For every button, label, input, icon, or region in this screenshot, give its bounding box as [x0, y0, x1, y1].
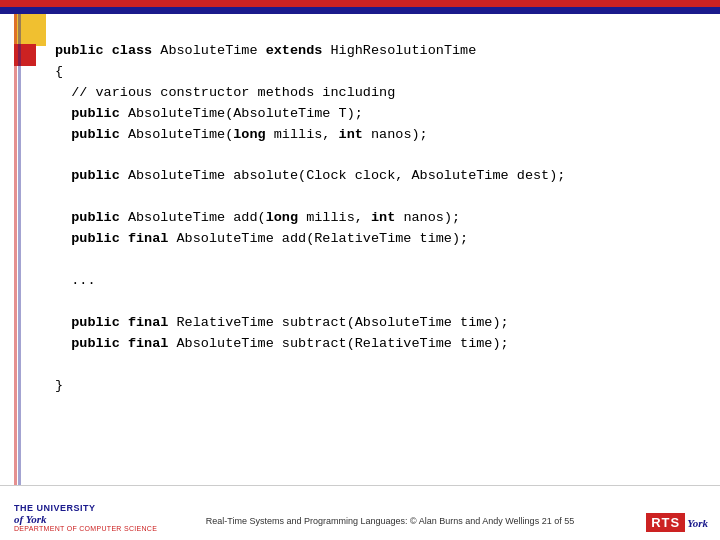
top-bar-blue	[0, 7, 720, 14]
rts-label: RTS	[646, 513, 685, 532]
university-name-line1: The University	[14, 503, 96, 513]
top-bar-red	[0, 0, 720, 7]
code-line-12: ...	[55, 273, 96, 288]
rts-york-label: York	[687, 517, 708, 529]
code-line-3: // various constructor methods including	[55, 85, 395, 100]
footer-bar: The University of York Department of Com…	[0, 485, 720, 540]
code-line-1: public class AbsoluteTime extends HighRe…	[55, 43, 476, 58]
footer-copyright: Real-Time Systems and Programming Langua…	[160, 516, 620, 526]
university-logo: The University of York Department of Com…	[14, 503, 157, 532]
code-line-7: public AbsoluteTime absolute(Clock clock…	[55, 168, 565, 183]
top-bars	[0, 0, 720, 14]
code-line-5: public AbsoluteTime(long millis, int nan…	[55, 127, 428, 142]
rts-logo: RTS York	[646, 513, 708, 532]
code-line-10: public final AbsoluteTime add(RelativeTi…	[55, 231, 468, 246]
left-line-red	[14, 14, 17, 494]
code-line-9: public AbsoluteTime add(long millis, int…	[55, 210, 460, 225]
code-line-4: public AbsoluteTime(AbsoluteTime T);	[55, 106, 363, 121]
code-line-14: public final RelativeTime subtract(Absol…	[55, 315, 509, 330]
left-line-blue	[18, 14, 21, 494]
code-block: public class AbsoluteTime extends HighRe…	[55, 20, 710, 480]
university-of-york: of York	[14, 513, 47, 525]
code-line-17: }	[55, 378, 63, 393]
code-line-2: {	[55, 64, 63, 79]
department-name: Department of Computer Science	[14, 525, 157, 532]
code-line-15: public final AbsoluteTime subtract(Relat…	[55, 336, 509, 351]
